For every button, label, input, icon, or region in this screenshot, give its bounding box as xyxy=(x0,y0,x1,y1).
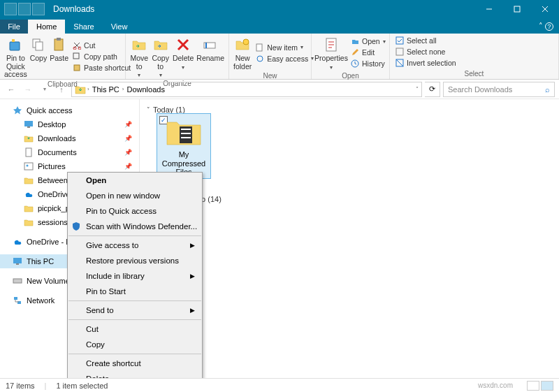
watermark: wsxdn.com xyxy=(478,382,513,389)
edit-button[interactable]: Edit xyxy=(351,48,386,58)
breadcrumb-segment[interactable]: Downloads xyxy=(125,85,166,94)
svg-rect-17 xyxy=(256,44,262,51)
pin-quick-access-button[interactable]: Pin to Quick access xyxy=(4,35,27,79)
submenu-arrow-icon: ▶ xyxy=(190,242,195,249)
svg-rect-22 xyxy=(396,48,403,55)
svg-rect-26 xyxy=(26,148,31,157)
ctx-open[interactable]: Open xyxy=(68,173,202,188)
tab-share[interactable]: Share xyxy=(65,20,102,34)
ctx-open-new-window[interactable]: Open in new window xyxy=(68,188,202,203)
ctx-cut[interactable]: Cut xyxy=(68,321,202,337)
help-dropdown-icon[interactable]: ˄ ? xyxy=(539,22,553,31)
group-label: New xyxy=(233,71,307,81)
svg-rect-1 xyxy=(514,6,520,12)
svg-rect-25 xyxy=(27,126,30,128)
minimize-button[interactable] xyxy=(475,0,503,18)
new-folder-button[interactable]: New folder xyxy=(233,35,252,71)
svg-rect-32 xyxy=(14,297,17,300)
maximize-button[interactable] xyxy=(503,0,531,18)
tab-file[interactable]: File xyxy=(0,20,28,34)
svg-rect-12 xyxy=(73,53,79,59)
ctx-pin-quick-access[interactable]: Pin to Quick access xyxy=(68,203,202,219)
easy-access-button[interactable]: Easy access ▾ xyxy=(256,53,314,64)
back-button[interactable]: ← xyxy=(4,82,18,96)
title-bar: Downloads xyxy=(0,0,559,18)
status-selected-count: 1 item selected xyxy=(56,382,108,390)
ctx-pin-start[interactable]: Pin to Start xyxy=(68,284,202,299)
list-item[interactable]: ✓ My Compressed Files xyxy=(157,113,211,179)
pin-icon: 📌 xyxy=(124,149,132,156)
window-title: Downloads xyxy=(49,4,475,14)
status-bar: 17 items | 1 item selected wsxdn.com xyxy=(0,378,559,392)
pin-icon: 📌 xyxy=(124,135,132,142)
close-button[interactable] xyxy=(531,0,559,18)
sidebar-item-desktop[interactable]: Desktop📌 xyxy=(0,117,139,131)
delete-button[interactable]: Delete▾ xyxy=(173,35,194,78)
select-none-button[interactable]: Select none xyxy=(395,47,456,57)
group-label: Open xyxy=(316,71,385,81)
svg-rect-7 xyxy=(36,42,43,50)
rename-button[interactable]: Rename xyxy=(196,35,224,78)
folder-icon xyxy=(166,117,202,147)
svg-rect-9 xyxy=(57,38,61,41)
quick-access-toolbar xyxy=(0,3,49,15)
breadcrumb-dropdown-icon[interactable]: ˅ xyxy=(416,86,419,92)
move-to-button[interactable]: Move to▾ xyxy=(130,35,148,78)
view-details-button[interactable] xyxy=(527,381,539,391)
svg-rect-5 xyxy=(12,39,15,42)
ctx-scan-defender[interactable]: Scan with Windows Defender... xyxy=(68,219,202,234)
breadcrumb-segment[interactable]: This PC xyxy=(91,85,121,94)
copy-to-button[interactable]: Copy to▾ xyxy=(151,35,169,78)
open-button[interactable]: Open ▾ xyxy=(351,36,386,47)
pin-icon: 📌 xyxy=(124,163,132,170)
up-button[interactable]: ↑ xyxy=(55,82,68,96)
sidebar-item-pictures[interactable]: Pictures📌 xyxy=(0,159,139,173)
ctx-restore-versions[interactable]: Restore previous versions xyxy=(68,253,202,268)
shield-icon xyxy=(71,222,81,231)
svg-rect-29 xyxy=(13,258,22,263)
address-bar: ← → ▾ ↑ › This PC › Downloads ˅ ⟳ Search… xyxy=(0,80,559,99)
svg-rect-27 xyxy=(24,163,33,170)
svg-rect-31 xyxy=(13,279,22,283)
select-all-button[interactable]: Select all xyxy=(395,36,456,46)
recent-dropdown[interactable]: ▾ xyxy=(38,82,52,96)
copy-button[interactable]: Copy xyxy=(30,35,48,79)
search-input[interactable]: Search Downloads ⌕ xyxy=(443,82,555,97)
svg-point-28 xyxy=(27,165,29,167)
breadcrumb[interactable]: › This PC › Downloads ˅ xyxy=(71,82,422,97)
context-menu: Open Open in new window Pin to Quick acc… xyxy=(67,172,203,392)
sidebar-item-documents[interactable]: Documents📌 xyxy=(0,145,139,159)
cut-button[interactable]: Cut xyxy=(73,41,131,51)
ctx-give-access[interactable]: Give access to▶ xyxy=(68,238,202,253)
forward-button[interactable]: → xyxy=(21,82,35,96)
tab-view[interactable]: View xyxy=(103,20,136,34)
paste-shortcut-button[interactable]: Paste shortcut xyxy=(73,63,131,73)
copy-path-button[interactable]: Copy path xyxy=(73,52,131,62)
pin-icon: 📌 xyxy=(124,121,132,128)
svg-point-18 xyxy=(257,56,263,61)
ribbon-tabs: File Home Share View ˄ ? xyxy=(0,18,559,34)
ctx-send-to[interactable]: Send to▶ xyxy=(68,303,202,318)
ctx-copy[interactable]: Copy xyxy=(68,337,202,352)
view-icons-button[interactable] xyxy=(541,381,553,391)
ctx-create-shortcut[interactable]: Create shortcut xyxy=(68,356,202,371)
svg-rect-21 xyxy=(396,37,403,44)
ctx-include-library[interactable]: Include in library▶ xyxy=(68,268,202,284)
sidebar-item-downloads[interactable]: Downloads📌 xyxy=(0,131,139,145)
tab-home[interactable]: Home xyxy=(28,20,65,34)
new-item-button[interactable]: New item ▾ xyxy=(256,42,314,52)
svg-rect-30 xyxy=(16,263,19,265)
paste-button[interactable]: Paste xyxy=(50,35,68,79)
svg-rect-8 xyxy=(55,39,63,50)
qat-btn[interactable] xyxy=(32,3,45,15)
search-placeholder: Search Downloads xyxy=(448,85,512,94)
history-button[interactable]: History xyxy=(351,59,386,69)
content-pane[interactable]: ˅Today (1) ✓ My Compressed Files go (14) xyxy=(140,99,559,378)
submenu-arrow-icon: ▶ xyxy=(190,307,195,314)
sidebar-item-quick-access[interactable]: Quick access xyxy=(0,103,139,117)
properties-button[interactable]: Properties▾ xyxy=(316,35,347,71)
qat-btn[interactable] xyxy=(4,3,17,15)
qat-btn[interactable] xyxy=(18,3,31,15)
refresh-button[interactable]: ⟳ xyxy=(425,82,440,97)
invert-selection-button[interactable]: Invert selection xyxy=(395,58,456,68)
